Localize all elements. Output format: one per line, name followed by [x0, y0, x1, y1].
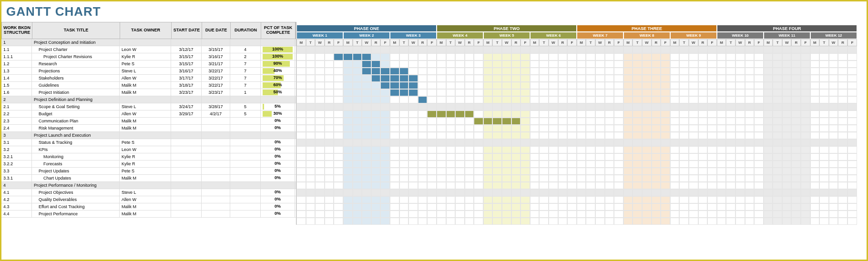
grid-cell[interactable] — [764, 189, 773, 196]
grid-cell[interactable] — [698, 218, 708, 225]
grid-cell[interactable] — [735, 146, 745, 153]
grid-cell[interactable] — [306, 103, 316, 110]
grid-cell[interactable] — [679, 132, 689, 139]
grid-cell[interactable] — [483, 132, 493, 139]
grid-cell[interactable] — [558, 168, 568, 175]
cell-title[interactable]: KPIs — [32, 146, 120, 153]
grid-cell[interactable] — [427, 153, 437, 161]
grid-cell[interactable] — [483, 82, 493, 89]
grid-cell[interactable] — [819, 196, 829, 203]
grid-cell[interactable] — [642, 196, 652, 203]
grid-cell[interactable] — [679, 189, 689, 196]
grid-cell[interactable] — [296, 82, 306, 89]
grid-cell[interactable] — [605, 75, 614, 82]
cell-owner[interactable]: Malik M — [120, 175, 171, 181]
grid-cell[interactable] — [773, 125, 782, 132]
grid-cell[interactable] — [334, 82, 343, 89]
grid-cell[interactable] — [707, 189, 717, 196]
grid-cell[interactable] — [380, 161, 390, 168]
grid-cell[interactable] — [408, 82, 418, 89]
grid-cell[interactable] — [642, 175, 652, 182]
grid-cell[interactable] — [764, 89, 773, 96]
grid-cell[interactable] — [717, 68, 726, 75]
grid-cell[interactable] — [614, 60, 623, 68]
grid-cell[interactable] — [707, 211, 717, 218]
grid-cell[interactable] — [652, 196, 661, 203]
cell-start[interactable]: 3/12/17 — [171, 46, 202, 53]
grid-cell[interactable] — [670, 82, 680, 89]
grid-cell[interactable] — [782, 82, 792, 89]
grid-cell[interactable] — [838, 161, 848, 168]
table-row[interactable]: 2.2BudgetAllen W3/29/174/2/17530% — [1, 110, 296, 118]
grid-cell[interactable] — [390, 161, 399, 168]
cell-duration[interactable] — [230, 196, 261, 203]
cell-pct[interactable]: 100% — [261, 53, 295, 60]
grid-cell[interactable] — [707, 146, 717, 153]
grid-cell[interactable] — [754, 218, 764, 225]
grid-cell[interactable] — [726, 175, 735, 182]
grid-cell[interactable] — [773, 82, 782, 89]
grid-cell[interactable] — [791, 196, 801, 203]
grid-cell[interactable] — [689, 125, 698, 132]
grid-cell[interactable] — [586, 132, 595, 139]
grid-cell[interactable] — [577, 46, 586, 53]
grid-cell[interactable] — [633, 60, 642, 68]
grid-cell[interactable] — [745, 60, 755, 68]
cell-pct[interactable]: 70% — [261, 75, 295, 81]
cell-wbs[interactable]: 1.4 — [1, 75, 32, 81]
grid-cell[interactable] — [670, 203, 680, 211]
grid-cell[interactable] — [652, 153, 661, 161]
grid-cell[interactable] — [315, 82, 325, 89]
grid-cell[interactable] — [474, 110, 483, 118]
grid-cell[interactable] — [455, 53, 465, 60]
grid-cell[interactable] — [642, 168, 652, 175]
grid-cell[interactable] — [315, 118, 325, 125]
grid-cell[interactable] — [810, 189, 820, 196]
grid-cell[interactable] — [689, 203, 698, 211]
grid-cell[interactable] — [399, 182, 409, 189]
grid-cell[interactable] — [670, 153, 680, 161]
grid-cell[interactable] — [679, 218, 689, 225]
grid-cell[interactable] — [810, 211, 820, 218]
grid-cell[interactable] — [315, 75, 325, 82]
grid-cell[interactable] — [801, 139, 810, 146]
grid-cell[interactable] — [735, 125, 745, 132]
grid-cell[interactable] — [717, 211, 726, 218]
grid-cell[interactable] — [838, 196, 848, 203]
grid-cell[interactable] — [334, 46, 343, 53]
grid-cell[interactable] — [408, 132, 418, 139]
hdr-wbs[interactable]: WORK BKDN STRUCTURE — [2, 22, 32, 39]
grid-cell[interactable] — [577, 211, 586, 218]
grid-cell[interactable] — [689, 110, 698, 118]
grid-cell[interactable] — [791, 82, 801, 89]
grid-cell[interactable] — [502, 168, 511, 175]
grid-cell[interactable] — [764, 132, 773, 139]
grid-cell[interactable] — [698, 46, 708, 53]
cell-wbs[interactable]: 1.3 — [1, 68, 32, 74]
grid-cell[interactable] — [325, 75, 334, 82]
grid-cell[interactable] — [399, 196, 409, 203]
grid-cell[interactable] — [399, 203, 409, 211]
cell-wbs[interactable]: 4 — [1, 182, 32, 189]
grid-cell[interactable] — [399, 175, 409, 182]
grid-cell[interactable] — [306, 60, 316, 68]
cell-owner[interactable]: Malik M — [120, 211, 171, 217]
grid-cell[interactable] — [791, 53, 801, 60]
grid-cell[interactable] — [595, 189, 605, 196]
grid-cell[interactable] — [764, 168, 773, 175]
grid-cell[interactable] — [764, 203, 773, 211]
grid-cell[interactable] — [614, 153, 623, 161]
grid-cell[interactable] — [399, 89, 409, 96]
grid-cell[interactable] — [380, 53, 390, 60]
grid-cell[interactable] — [773, 168, 782, 175]
grid-cell[interactable] — [399, 146, 409, 153]
cell-start[interactable] — [171, 168, 202, 174]
grid-cell[interactable] — [848, 182, 857, 189]
table-row[interactable]: 3.3.1Chart UpdatesMalik M0% — [1, 175, 296, 182]
grid-cell[interactable] — [380, 218, 390, 225]
cell-start[interactable]: 3/16/17 — [171, 68, 202, 74]
grid-cell[interactable] — [380, 89, 390, 96]
grid-cell[interactable] — [343, 175, 353, 182]
grid-cell[interactable] — [707, 139, 717, 146]
grid-cell[interactable] — [474, 196, 483, 203]
